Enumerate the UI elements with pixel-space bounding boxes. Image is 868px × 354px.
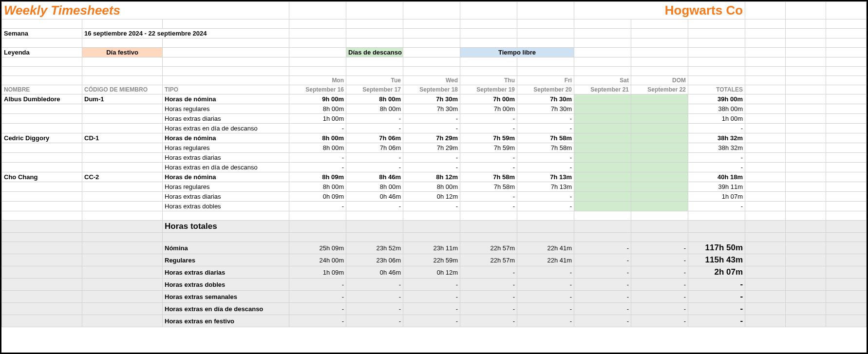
hours-cell[interactable]: 7h 30m xyxy=(517,104,574,114)
hours-cell[interactable]: 7h 06m xyxy=(346,143,403,153)
hours-cell[interactable]: 7h 58m xyxy=(517,143,574,153)
hours-cell[interactable]: - xyxy=(460,192,517,202)
hours-cell[interactable]: - xyxy=(346,153,403,163)
hours-cell[interactable]: 7h 13m xyxy=(517,172,574,182)
hours-cell[interactable]: - xyxy=(517,192,574,202)
table-row: Horas regulares8h 00m8h 00m8h 00m7h 58m7… xyxy=(2,182,867,192)
hours-cell[interactable]: 8h 00m xyxy=(289,104,346,114)
hours-cell[interactable]: 7h 59m xyxy=(460,133,517,143)
hours-cell[interactable] xyxy=(631,143,688,153)
hours-cell[interactable]: 8h 00m xyxy=(289,143,346,153)
hours-cell[interactable] xyxy=(574,114,631,124)
hours-cell[interactable]: 7h 29m xyxy=(403,143,460,153)
hours-cell[interactable]: 8h 00m xyxy=(289,182,346,192)
hours-cell[interactable] xyxy=(631,192,688,202)
hours-type: Horas extras dobles xyxy=(163,202,289,211)
hours-cell[interactable] xyxy=(574,94,631,104)
hours-cell[interactable]: - xyxy=(403,163,460,172)
hours-cell[interactable]: - xyxy=(403,114,460,124)
hours-cell[interactable]: 7h 00m xyxy=(460,104,517,114)
hours-cell[interactable] xyxy=(574,133,631,143)
hours-cell[interactable]: - xyxy=(460,163,517,172)
hours-cell[interactable]: 7h 00m xyxy=(460,94,517,104)
hours-cell[interactable]: - xyxy=(289,153,346,163)
hours-cell[interactable]: - xyxy=(289,124,346,133)
hours-cell[interactable] xyxy=(574,202,631,211)
hours-cell[interactable] xyxy=(631,133,688,143)
day-header: Sat xyxy=(574,76,631,85)
hours-cell[interactable]: 8h 00m xyxy=(346,182,403,192)
hours-cell[interactable] xyxy=(574,172,631,182)
hours-cell[interactable]: 8h 00m xyxy=(346,104,403,114)
hours-cell[interactable]: 7h 06m xyxy=(346,133,403,143)
hours-cell[interactable]: - xyxy=(346,124,403,133)
hours-cell[interactable]: - xyxy=(460,153,517,163)
hours-type: Horas de nómina xyxy=(163,133,289,143)
hours-cell[interactable]: 1h 00m xyxy=(289,114,346,124)
table-row: Cho ChangCC-2Horas de nómina8h 09m8h 46m… xyxy=(2,172,867,182)
hours-cell[interactable] xyxy=(574,124,631,133)
hours-cell[interactable]: - xyxy=(517,153,574,163)
hours-cell[interactable] xyxy=(574,192,631,202)
hours-cell[interactable] xyxy=(631,124,688,133)
hours-cell[interactable] xyxy=(574,182,631,192)
hours-cell[interactable]: 7h 30m xyxy=(403,104,460,114)
hours-cell[interactable]: 8h 00m xyxy=(403,182,460,192)
hours-cell[interactable]: 0h 46m xyxy=(346,192,403,202)
hours-cell[interactable]: 9h 00m xyxy=(289,94,346,104)
hours-cell[interactable] xyxy=(574,153,631,163)
hours-cell[interactable]: - xyxy=(517,202,574,211)
totals-cell: 0h 46m xyxy=(346,266,403,279)
hours-cell[interactable]: 7h 30m xyxy=(403,94,460,104)
hours-cell[interactable]: - xyxy=(346,114,403,124)
hours-cell[interactable]: - xyxy=(403,124,460,133)
hours-cell[interactable]: - xyxy=(403,153,460,163)
hours-cell[interactable]: - xyxy=(460,114,517,124)
hours-cell[interactable]: 8h 09m xyxy=(289,172,346,182)
hours-cell[interactable]: - xyxy=(517,124,574,133)
hours-cell[interactable]: - xyxy=(346,163,403,172)
hours-cell[interactable] xyxy=(574,143,631,153)
hours-cell[interactable]: 7h 13m xyxy=(517,182,574,192)
hours-cell[interactable]: - xyxy=(460,124,517,133)
hours-cell[interactable]: - xyxy=(403,202,460,211)
hours-cell[interactable] xyxy=(631,153,688,163)
hours-cell[interactable]: 7h 59m xyxy=(460,143,517,153)
totals-cell: 0h 12m xyxy=(403,266,460,279)
hours-cell[interactable]: 8h 12m xyxy=(403,172,460,182)
hours-cell[interactable]: 8h 46m xyxy=(346,172,403,182)
member-code xyxy=(82,124,163,133)
hours-cell[interactable] xyxy=(631,94,688,104)
hours-cell[interactable]: 0h 09m xyxy=(289,192,346,202)
hours-cell[interactable] xyxy=(631,104,688,114)
hours-cell[interactable]: 7h 58m xyxy=(517,133,574,143)
hours-cell[interactable] xyxy=(574,104,631,114)
hours-cell[interactable] xyxy=(631,182,688,192)
employee-name xyxy=(2,192,82,202)
hours-cell[interactable]: 7h 58m xyxy=(460,172,517,182)
hours-cell[interactable]: - xyxy=(346,202,403,211)
hours-cell[interactable] xyxy=(631,114,688,124)
hours-cell[interactable]: - xyxy=(517,114,574,124)
totals-cell: - xyxy=(574,291,631,303)
totals-cell: 22h 41m xyxy=(517,242,574,254)
hours-cell[interactable]: - xyxy=(460,202,517,211)
hours-cell[interactable]: - xyxy=(289,202,346,211)
hours-cell[interactable] xyxy=(574,163,631,172)
hours-cell[interactable] xyxy=(631,163,688,172)
hours-type: Horas regulares xyxy=(163,143,289,153)
hours-cell[interactable]: - xyxy=(517,163,574,172)
hours-cell[interactable]: 7h 29m xyxy=(403,133,460,143)
employee-name xyxy=(2,143,82,153)
hours-cell[interactable]: 0h 12m xyxy=(403,192,460,202)
table-row: Horas extras dobles------ xyxy=(2,202,867,211)
hours-cell[interactable] xyxy=(631,172,688,182)
hours-cell[interactable] xyxy=(631,202,688,211)
hours-cell[interactable]: 8h 00m xyxy=(346,94,403,104)
page-title: Weekly Timesheets xyxy=(2,2,289,19)
hours-cell[interactable]: - xyxy=(289,163,346,172)
hours-cell[interactable]: 8h 00m xyxy=(289,133,346,143)
totals-grand: - xyxy=(688,315,745,327)
hours-cell[interactable]: 7h 58m xyxy=(460,182,517,192)
hours-cell[interactable]: 7h 30m xyxy=(517,94,574,104)
